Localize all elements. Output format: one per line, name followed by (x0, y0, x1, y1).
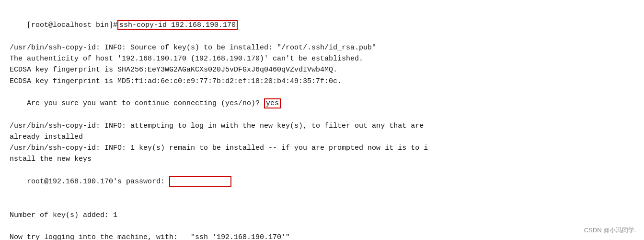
yes-highlight: yes (264, 98, 281, 108)
password-input-box[interactable] (169, 176, 231, 187)
line-8: root@192.168.190.170's password: (10, 165, 634, 199)
line-1: /usr/bin/ssh-copy-id: INFO: Source of ke… (10, 42, 634, 53)
line-2: The authenticity of host '192.168.190.17… (10, 53, 634, 64)
line-9: Number of key(s) added: 1 (10, 210, 634, 221)
command-highlight: ssh-copy-id 192.168.190.170 (117, 20, 238, 30)
terminal-container: [root@localhost bin]#ssh-copy-id 192.168… (0, 0, 644, 240)
line-3: ECDSA key fingerprint is SHA256:EeY3WG2A… (10, 64, 634, 75)
line-6b: already installed (10, 132, 634, 143)
prompt-text: [root@localhost bin]# (27, 21, 117, 29)
watermark: CSDN @小冯同学. (584, 226, 636, 235)
line-5-pre: Are you sure you want to continue connec… (27, 99, 264, 108)
line-5: Are you sure you want to continue connec… (10, 87, 634, 120)
line-7: /usr/bin/ssh-copy-id: INFO: 1 key(s) rem… (10, 143, 634, 154)
blank-line-2 (10, 221, 634, 232)
line-7b: nstall the new keys (10, 154, 634, 165)
prompt-line: [root@localhost bin]#ssh-copy-id 192.168… (10, 9, 634, 42)
blank-line-1 (10, 198, 634, 209)
password-prompt-text: root@192.168.190.170's password: (27, 178, 169, 186)
line-4: ECDSA key fingerprint is MD5:f1:ad:6e:c0… (10, 76, 634, 87)
line-10: Now try logging into the machine, with: … (10, 232, 634, 240)
line-6: /usr/bin/ssh-copy-id: INFO: attempting t… (10, 120, 634, 132)
